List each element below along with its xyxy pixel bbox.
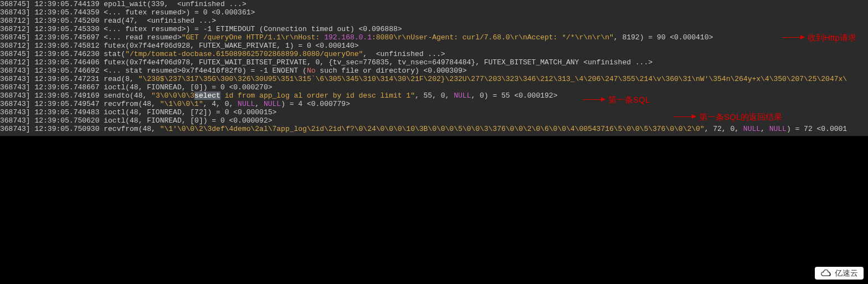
pid: 368712] xyxy=(0,42,30,50)
strace-line: 368743] 12:39:05.747231 read(8, "\230$\2… xyxy=(0,75,868,83)
text-part: , 0) = 55 <0.000192> xyxy=(471,92,557,100)
arrow-icon xyxy=(674,116,696,117)
strace-line: 368743] 12:39:05.749169 sendto(48, "3\0\… xyxy=(0,92,868,100)
pid: 368743] xyxy=(0,92,30,100)
text-part: ioctl(48, FIONREAD, [72]) = 0 <0.000015> xyxy=(99,108,276,116)
text-part: , xyxy=(255,100,264,108)
strace-line: 368743] 12:39:05.748667 ioctl(48, FIONRE… xyxy=(0,83,868,92)
pid: 368712] xyxy=(0,58,30,67)
text-part: , xyxy=(761,125,769,133)
timestamp: 12:39:05.749483 xyxy=(34,108,99,116)
text-part: "/tmp/tomcat-docbase.6150898625702868899… xyxy=(125,50,363,58)
text-part: <... stat resumed>0x7f4e416f82f0) = -1 E… xyxy=(99,67,306,75)
text-part: ) = 4 <0.000779> xyxy=(281,100,350,108)
strace-line: 368745] 12:39:05.746230 stat("/tmp/tomca… xyxy=(0,50,868,58)
pid: 368743] xyxy=(0,116,30,125)
text-part: NULL xyxy=(264,100,281,108)
annotation-http: 收到Http请求 xyxy=(782,33,856,42)
timestamp: 12:39:05.747231 xyxy=(34,75,99,83)
text-part: , 55, 0, xyxy=(415,92,454,100)
pid: 368745] xyxy=(0,0,30,8)
text-part: ioctl(48, FIONREAD, [0]) = 0 <0.000270> xyxy=(99,83,272,92)
strace-line: 368745] 12:39:05.744139 epoll_wait(339, … xyxy=(0,0,868,8)
text-part: 192.168.0.1 xyxy=(324,33,372,42)
timestamp: 12:39:05.746692 xyxy=(34,67,99,75)
text-part: NULL xyxy=(769,125,787,133)
text-part: stat( xyxy=(99,50,125,58)
text-part: futex(0x7f4e4f06d928, FUTEX_WAKE_PRIVATE… xyxy=(99,42,358,50)
timestamp: 12:39:05.746230 xyxy=(34,50,99,58)
annotation-label: 第一条SQL xyxy=(608,95,650,104)
text-part: <... futex resumed>) = -1 ETIMEDOUT (Con… xyxy=(99,25,402,33)
text-part: futex(0x7f4e4f06d978, FUTEX_WAIT_BITSET_… xyxy=(99,58,653,67)
strace-line: 368712] 12:39:05.746406 futex(0x7f4e4f06… xyxy=(0,58,868,67)
timestamp: 12:39:05.750620 xyxy=(34,116,99,125)
strace-line: 368743] 12:39:05.744359 <... futex resum… xyxy=(0,8,868,17)
text-part: NULL xyxy=(454,92,471,100)
text-part: sendto(48, xyxy=(99,92,151,100)
watermark: 亿速云 xyxy=(815,267,864,280)
text-part: NULL xyxy=(238,100,255,108)
timestamp: 12:39:05.748667 xyxy=(34,83,99,92)
text-part: ioctl(48, FIONREAD, [0]) = 0 <0.000092> xyxy=(99,116,272,125)
text-part: recvfrom(48, xyxy=(99,100,160,108)
annotation-label: 收到Http请求 xyxy=(808,33,856,42)
timestamp: 12:39:05.749547 xyxy=(34,100,99,108)
text-part: "\1'\0\0\2\3def\4demo\2al\7app_log\2id\2… xyxy=(160,125,705,133)
text-part: , <unfinished ...> xyxy=(363,50,445,58)
pid: 368745] xyxy=(0,50,30,58)
watermark-text: 亿速云 xyxy=(835,269,858,277)
text-part: read(47, <unfinished ...> xyxy=(99,17,216,25)
timestamp: 12:39:05.745330 xyxy=(34,25,99,33)
text-part: read(8, xyxy=(99,75,138,83)
timestamp: 12:39:05.746406 xyxy=(34,58,99,67)
text-part: <... futex resumed>) = 0 <0.000361> xyxy=(99,8,255,17)
pid: 368712] xyxy=(0,25,30,33)
strace-line: 368743] 12:39:05.746692 <... stat resume… xyxy=(0,67,868,75)
text-part: , 72, 0, xyxy=(705,125,743,133)
annotation-sql1-result: 第一条SQL的返回结果 xyxy=(674,113,782,121)
strace-line: 368743] 12:39:05.749547 recvfrom(48, "\1… xyxy=(0,100,868,108)
timestamp: 12:39:05.750930 xyxy=(34,125,99,133)
text-part: "GET /queryOne HTTP/1.1\r\nHost: xyxy=(182,33,324,42)
pid: 368745] xyxy=(0,33,30,42)
text-part: , 4, 0, xyxy=(203,100,238,108)
text-part: "3\0\0\0\3 xyxy=(151,92,194,100)
arrow-icon xyxy=(583,99,605,100)
timestamp: 12:39:05.745812 xyxy=(34,42,99,50)
strace-line: 368712] 12:39:05.745812 futex(0x7f4e4f06… xyxy=(0,42,868,50)
strace-line: 368743] 12:39:05.750930 recvfrom(48, "\1… xyxy=(0,125,868,133)
pid: 368743] xyxy=(0,75,30,83)
timestamp: 12:39:05.744359 xyxy=(34,8,99,17)
text-part: "\1\0\0\1" xyxy=(160,100,203,108)
pid: 368743] xyxy=(0,108,30,116)
text-part: select xyxy=(194,92,220,100)
timestamp: 12:39:05.745200 xyxy=(34,17,99,25)
strace-line: 368712] 12:39:05.745330 <... futex resum… xyxy=(0,25,868,33)
timestamp: 12:39:05.744139 xyxy=(34,0,99,8)
text-part: epoll_wait(339, <unfinished ...> xyxy=(99,0,246,8)
text-part: ) = 72 <0.0001 xyxy=(787,125,847,133)
text-part: :8080\r\nUser-Agent: curl/7.68.0\r\nAcce… xyxy=(372,33,614,42)
text-part: , 8192) = 90 <0.000410> xyxy=(614,33,713,42)
text-part: <... read resumed> xyxy=(99,33,181,42)
arrow-icon xyxy=(782,37,804,38)
strace-line: 368745] 12:39:05.745697 <... read resume… xyxy=(0,33,868,42)
text-part: No xyxy=(307,67,316,75)
text-part: id from app_log al order by id desc limi… xyxy=(220,92,415,100)
pid: 368743] xyxy=(0,8,30,17)
pid: 368743] xyxy=(0,83,30,92)
annotation-sql1: 第一条SQL xyxy=(583,95,650,104)
pid: 368743] xyxy=(0,100,30,108)
strace-line: 368712] 12:39:05.745200 read(47, <unfini… xyxy=(0,17,868,25)
text-part: NULL xyxy=(743,125,761,133)
pid: 368743] xyxy=(0,125,30,133)
annotation-label: 第一条SQL的返回结果 xyxy=(699,113,782,121)
text-part: recvfrom(48, xyxy=(99,125,160,133)
text-part: "\230$\237\317\35G\300\326\30U95\351\315… xyxy=(138,75,847,83)
pid: 368712] xyxy=(0,17,30,25)
timestamp: 12:39:05.745697 xyxy=(34,33,99,42)
pid: 368743] xyxy=(0,67,30,75)
timestamp: 12:39:05.749169 xyxy=(34,92,99,100)
text-part: such file or directory) <0.000309> xyxy=(316,67,467,75)
